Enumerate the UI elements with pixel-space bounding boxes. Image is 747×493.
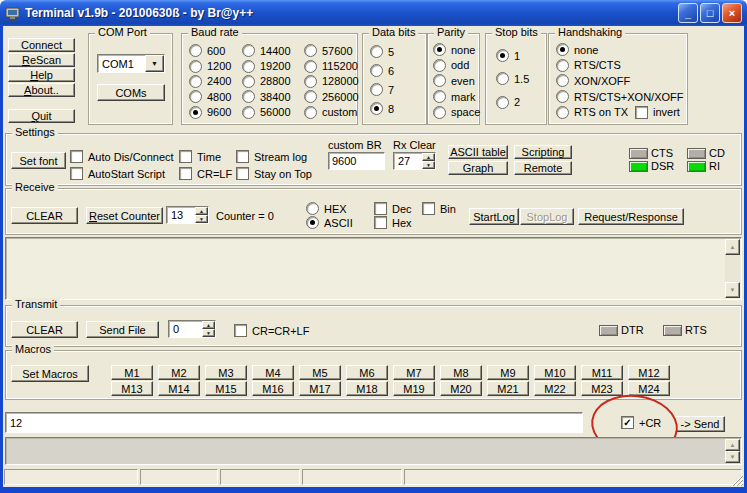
parity-option-none[interactable]: none	[433, 43, 478, 56]
baud-option-custom[interactable]: custom	[304, 105, 359, 120]
stop-bits-option-2[interactable]: 2	[496, 96, 544, 109]
parity-option-mark[interactable]: mark	[433, 90, 478, 103]
baud-option-1200[interactable]: 1200	[189, 58, 242, 73]
request-response-button[interactable]: Request/Response	[578, 208, 684, 225]
macro-m13-button[interactable]: M13	[111, 381, 153, 396]
baud-option-14400[interactable]: 14400	[242, 43, 304, 58]
spin-up-icon[interactable]: ▲	[422, 153, 435, 161]
macro-m1-button[interactable]: M1	[111, 365, 153, 380]
coms-button[interactable]: COMs	[97, 84, 165, 101]
handshaking-option-none[interactable]: none	[556, 43, 685, 56]
graph-button[interactable]: Graph	[448, 161, 508, 175]
invert-checkbox[interactable]: invert	[635, 106, 680, 119]
receive-clear-button[interactable]: CLEAR	[11, 207, 78, 224]
data-bits-option-5[interactable]: 5	[370, 45, 424, 58]
macro-m14-button[interactable]: M14	[158, 381, 200, 396]
stop-bits-option-1[interactable]: 1	[496, 49, 544, 62]
baud-option-256000[interactable]: 256000	[304, 89, 359, 104]
baud-option-9600[interactable]: 9600	[189, 105, 242, 120]
autostart-script-checkbox[interactable]: AutoStart Script	[70, 167, 165, 180]
minimize-button[interactable]: _	[678, 3, 698, 23]
about-button[interactable]: About..	[8, 83, 75, 97]
macro-m11-button[interactable]: M11	[581, 365, 623, 380]
baud-option-56000[interactable]: 56000	[242, 105, 304, 120]
quit-button[interactable]: Quit	[8, 109, 75, 123]
bin-checkbox[interactable]: Bin	[422, 202, 456, 215]
data-bits-option-7[interactable]: 7	[370, 83, 424, 96]
macro-m23-button[interactable]: M23	[581, 381, 623, 396]
resize-grip[interactable]	[730, 473, 743, 486]
parity-option-even[interactable]: even	[433, 74, 478, 87]
data-bits-option-8[interactable]: 8	[370, 102, 424, 115]
reset-counter-button[interactable]: Reset Counter	[86, 207, 163, 224]
cr-lf-checkbox[interactable]: CR=LF	[179, 167, 232, 180]
macro-m2-button[interactable]: M2	[158, 365, 200, 380]
macro-m22-button[interactable]: M22	[534, 381, 576, 396]
transmit-clear-button[interactable]: CLEAR	[11, 321, 78, 338]
macro-m10-button[interactable]: M10	[534, 365, 576, 380]
cr-cr-lf-checkbox[interactable]: CR=CR+LF	[234, 324, 309, 337]
time-checkbox[interactable]: Time	[179, 150, 221, 163]
spin-up-icon[interactable]: ▲	[202, 321, 215, 329]
scroll-down-icon[interactable]: ▼	[725, 282, 740, 298]
maximize-button[interactable]: □	[700, 3, 720, 23]
send-button[interactable]: -> Send	[675, 416, 725, 432]
spin-up-icon[interactable]: ▲	[195, 207, 208, 215]
chevron-down-icon[interactable]: ▼	[145, 55, 164, 72]
baud-option-115200[interactable]: 115200	[304, 58, 359, 73]
baud-option-2400[interactable]: 2400	[189, 74, 242, 89]
spin-down-icon[interactable]: ▼	[202, 329, 215, 337]
handshaking-option-xon-xoff[interactable]: XON/XOFF	[556, 74, 685, 87]
rescan-button[interactable]: ReScan	[8, 53, 75, 67]
ascii-display-radio[interactable]: ASCII	[306, 216, 353, 229]
baud-option-128000[interactable]: 128000	[304, 74, 359, 89]
send-input[interactable]	[5, 412, 583, 433]
macro-m24-button[interactable]: M24	[628, 381, 670, 396]
hex-checkbox[interactable]: Hex	[374, 216, 412, 229]
stoplog-button[interactable]: StopLog	[520, 208, 574, 225]
macro-m7-button[interactable]: M7	[393, 365, 435, 380]
auto-disconnect-checkbox[interactable]: Auto Dis/Connect	[70, 150, 174, 163]
baud-option-19200[interactable]: 19200	[242, 58, 304, 73]
help-button[interactable]: Help	[8, 68, 75, 82]
macro-m19-button[interactable]: M19	[393, 381, 435, 396]
plus-cr-checkbox[interactable]: ✓ +CR	[621, 416, 661, 429]
scripting-button[interactable]: Scripting	[514, 145, 572, 159]
rx-lines-spinner[interactable]: 13 ▲▼	[166, 206, 209, 224]
transmit-scrollbar[interactable]: ▲ ▼	[725, 439, 740, 463]
macro-m9-button[interactable]: M9	[487, 365, 529, 380]
handshaking-option-rts-cts[interactable]: RTS/CTS	[556, 59, 685, 72]
scroll-up-icon[interactable]: ▲	[725, 239, 740, 255]
ascii-table-button[interactable]: ASCII table	[448, 145, 508, 159]
macro-m3-button[interactable]: M3	[205, 365, 247, 380]
spin-down-icon[interactable]: ▼	[422, 161, 435, 169]
macro-m17-button[interactable]: M17	[299, 381, 341, 396]
dec-checkbox[interactable]: Dec	[374, 202, 412, 215]
baud-option-28800[interactable]: 28800	[242, 74, 304, 89]
macro-m12-button[interactable]: M12	[628, 365, 670, 380]
macro-m16-button[interactable]: M16	[252, 381, 294, 396]
receive-scrollbar[interactable]: ▲ ▼	[725, 239, 740, 298]
macro-m6-button[interactable]: M6	[346, 365, 388, 380]
rx-clear-spinner[interactable]: 27 ▲▼	[393, 152, 436, 170]
tx-delay-spinner[interactable]: 0 ▲▼	[168, 320, 216, 338]
rts-toggle[interactable]: RTS	[663, 324, 707, 336]
macro-m15-button[interactable]: M15	[205, 381, 247, 396]
parity-option-odd[interactable]: odd	[433, 59, 478, 72]
stay-on-top-checkbox[interactable]: Stay on Top	[236, 167, 312, 180]
set-font-button[interactable]: Set font	[11, 152, 66, 169]
macro-m20-button[interactable]: M20	[440, 381, 482, 396]
custom-br-input[interactable]	[328, 152, 385, 170]
close-button[interactable]: ×	[722, 3, 742, 23]
macro-m4-button[interactable]: M4	[252, 365, 294, 380]
stop-bits-option-1.5[interactable]: 1.5	[496, 72, 544, 85]
handshaking-option-rts-on-tx[interactable]: RTS on TX	[556, 106, 628, 119]
scroll-up-icon[interactable]: ▲	[725, 439, 740, 451]
connect-button[interactable]: Connect	[8, 38, 75, 52]
spin-down-icon[interactable]: ▼	[195, 215, 208, 223]
scroll-down-icon[interactable]: ▼	[725, 451, 740, 463]
dtr-toggle[interactable]: DTR	[599, 324, 644, 336]
baud-option-57600[interactable]: 57600	[304, 43, 359, 58]
handshaking-option-rts-cts-xon-xoff[interactable]: RTS/CTS+XON/XOFF	[556, 90, 685, 103]
transmit-terminal[interactable]: ▲ ▼	[5, 437, 742, 465]
